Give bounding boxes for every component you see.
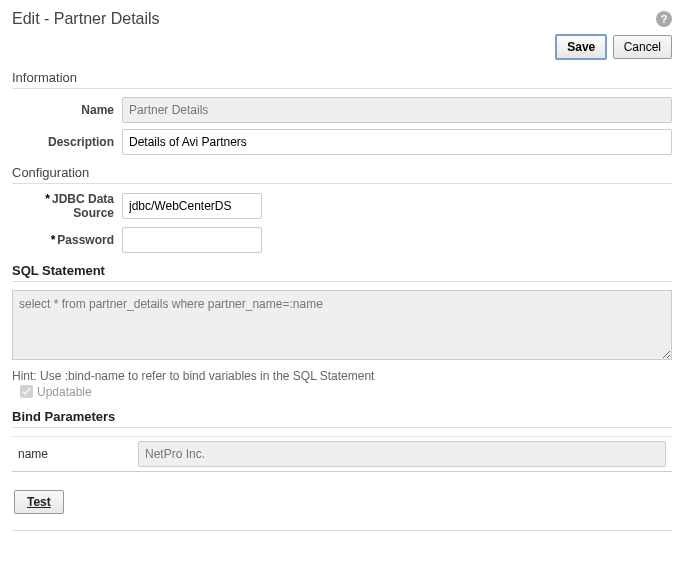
jdbc-label: *JDBC Data Source xyxy=(12,192,122,221)
password-label: *Password xyxy=(12,233,122,247)
name-field[interactable] xyxy=(122,97,672,123)
sql-statement-textarea[interactable] xyxy=(12,290,672,360)
cancel-button[interactable]: Cancel xyxy=(613,35,672,59)
test-button[interactable]: Test xyxy=(14,490,64,514)
section-information: Information xyxy=(12,70,672,89)
bind-parameters-table: name xyxy=(12,436,672,472)
help-icon[interactable]: ? xyxy=(656,11,672,27)
save-button[interactable]: Save xyxy=(555,34,607,60)
jdbc-data-source-field[interactable] xyxy=(122,193,262,219)
page-title: Edit - Partner Details xyxy=(12,10,160,28)
section-sql-statement: SQL Statement xyxy=(12,263,672,282)
updatable-label: Updatable xyxy=(37,385,92,399)
name-label: Name xyxy=(12,103,122,117)
updatable-checkbox[interactable] xyxy=(20,385,33,398)
bind-param-name: name xyxy=(12,436,132,471)
bind-param-value-field[interactable] xyxy=(138,441,666,467)
sql-hint: Hint: Use :bind-name to refer to bind va… xyxy=(12,369,672,383)
table-row: name xyxy=(12,436,672,471)
section-bind-parameters: Bind Parameters xyxy=(12,409,672,428)
footer-divider xyxy=(12,530,672,531)
description-field[interactable] xyxy=(122,129,672,155)
password-field[interactable] xyxy=(122,227,262,253)
description-label: Description xyxy=(12,135,122,149)
section-configuration: Configuration xyxy=(12,165,672,184)
